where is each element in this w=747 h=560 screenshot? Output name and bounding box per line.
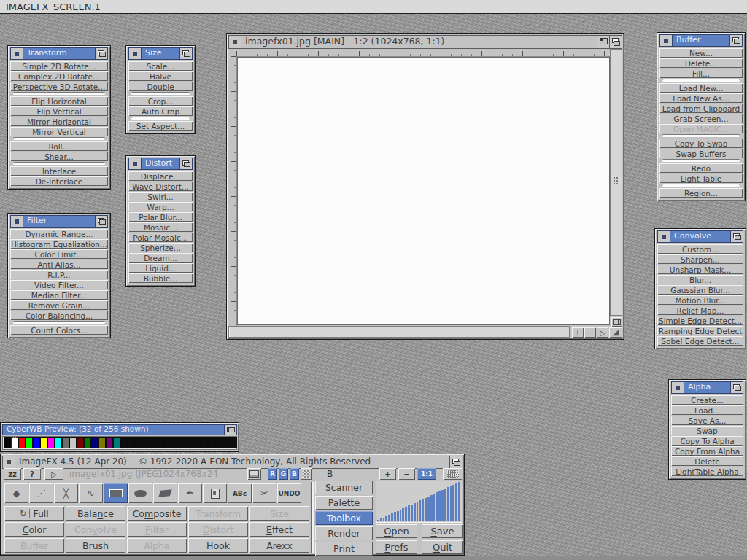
panel-titlebar[interactable]: ImageFX 4.5 (12-Apr-20) -- © 1992-2020 A… bbox=[2, 456, 462, 469]
video-filter-button[interactable]: Video Filter... bbox=[10, 280, 108, 289]
iconify-button[interactable]: ▷ bbox=[44, 468, 63, 480]
full-button[interactable]: ↻Full bbox=[4, 506, 64, 521]
color-swatch[interactable] bbox=[84, 438, 91, 448]
color-swatch[interactable] bbox=[128, 438, 135, 448]
dither-button[interactable] bbox=[301, 468, 312, 480]
relief-map-button[interactable]: Relief Map... bbox=[657, 306, 743, 315]
color-swatch[interactable] bbox=[142, 438, 150, 448]
remove-grain-button[interactable]: Remove Grain... bbox=[10, 300, 108, 310]
bubble-button[interactable]: Bubble... bbox=[128, 273, 193, 283]
color-swatch[interactable] bbox=[4, 438, 11, 448]
color-swatch[interactable] bbox=[201, 438, 208, 448]
save-button[interactable]: Save bbox=[422, 524, 463, 538]
print-button[interactable]: Print bbox=[315, 542, 373, 556]
redo-button[interactable]: Redo bbox=[659, 163, 743, 173]
depth-icon[interactable] bbox=[224, 425, 236, 435]
swap-button[interactable]: Swap bbox=[671, 426, 743, 435]
color-swatch[interactable] bbox=[62, 438, 69, 448]
zoom-in-button[interactable]: + bbox=[379, 468, 396, 480]
copy-to-swap-button[interactable]: Copy To Swap bbox=[659, 139, 743, 148]
histogram-equalization-button[interactable]: Histogram Equalization... bbox=[10, 239, 108, 249]
fill-button[interactable]: Fill... bbox=[659, 69, 743, 78]
screen-mode-button[interactable] bbox=[611, 317, 622, 327]
color-swatch[interactable] bbox=[98, 438, 106, 448]
polar-mosaic-button[interactable]: Polar Mosaic... bbox=[128, 233, 193, 242]
color-swatch[interactable] bbox=[230, 438, 237, 448]
polygon-tool[interactable] bbox=[153, 483, 177, 503]
zoom-in-button[interactable]: + bbox=[572, 327, 584, 338]
double-button[interactable]: Double bbox=[128, 82, 193, 91]
dream-button[interactable]: Dream... bbox=[128, 253, 193, 262]
unsharp-mask-button[interactable]: Unsharp Mask... bbox=[657, 265, 743, 274]
color-swatch[interactable] bbox=[193, 438, 201, 448]
undo-button[interactable]: UNDO bbox=[277, 483, 301, 503]
clone-brush-tool[interactable] bbox=[203, 483, 227, 503]
palette-button[interactable]: Palette bbox=[315, 496, 373, 510]
color-balancing-button[interactable]: Color Balancing... bbox=[10, 311, 108, 320]
blue-channel-button[interactable]: B bbox=[290, 468, 299, 480]
color-swatch[interactable] bbox=[47, 438, 55, 448]
one-to-one-button[interactable]: 1:1 bbox=[417, 468, 436, 480]
mosaic-button[interactable]: Mosaic... bbox=[128, 222, 193, 232]
color-swatch[interactable] bbox=[55, 438, 62, 448]
color-swatch[interactable] bbox=[69, 438, 77, 448]
image-window-titlebar[interactable]: imagefx01.jpg [MAIN] - 1:2 (1024x768, 1:… bbox=[228, 35, 622, 49]
color-swatch[interactable] bbox=[135, 438, 142, 448]
zoom-out-button[interactable]: − bbox=[398, 468, 415, 480]
quit-button[interactable]: Quit bbox=[422, 540, 463, 554]
shear-button[interactable]: Shear... bbox=[10, 152, 108, 161]
r-i-p-button[interactable]: R.I.P... bbox=[10, 270, 108, 279]
airbrush-tool[interactable]: ⋰ bbox=[29, 483, 53, 503]
close-icon[interactable] bbox=[658, 231, 670, 242]
copy-from-alpha-button[interactable]: Copy From Alpha bbox=[671, 446, 743, 456]
median-filter-button[interactable]: Median Filter... bbox=[10, 290, 108, 300]
alpha-button[interactable]: Alpha bbox=[127, 538, 187, 553]
scissors-tool[interactable]: ✂ bbox=[252, 483, 276, 503]
close-icon[interactable] bbox=[129, 48, 142, 59]
perspective-3d-rotate-button[interactable]: Perspective 3D Rotate... bbox=[10, 82, 108, 91]
interlace-button[interactable]: Interlace bbox=[10, 166, 108, 176]
ramping-edge-detect-button[interactable]: Ramping Edge Detect bbox=[657, 326, 743, 335]
color-swatch[interactable] bbox=[150, 438, 157, 448]
depth-icon[interactable] bbox=[95, 216, 107, 227]
brush-button[interactable]: Brush bbox=[66, 538, 125, 553]
line-tool[interactable]: ╳ bbox=[54, 483, 78, 503]
flip-horizontal-button[interactable]: Flip Horizontal bbox=[10, 96, 108, 106]
color-swatch[interactable] bbox=[91, 438, 98, 448]
distort-button[interactable]: Distort bbox=[188, 522, 248, 537]
size-button[interactable]: Size bbox=[249, 506, 309, 521]
color-swatch[interactable] bbox=[40, 438, 47, 448]
spherize-button[interactable]: Spherize... bbox=[128, 243, 193, 252]
color-swatch[interactable] bbox=[164, 438, 171, 448]
mirror-horizontal-button[interactable]: Mirror Horizontal bbox=[10, 117, 108, 126]
color-swatch[interactable] bbox=[33, 438, 40, 448]
depth-icon[interactable] bbox=[179, 158, 192, 169]
depth-icon[interactable] bbox=[449, 456, 462, 468]
close-icon[interactable] bbox=[3, 456, 15, 468]
color-swatch[interactable] bbox=[208, 438, 215, 448]
color-swatch[interactable] bbox=[157, 438, 164, 448]
depth-icon[interactable] bbox=[730, 382, 743, 393]
depth-icon[interactable] bbox=[729, 35, 742, 46]
custom-button[interactable]: Custom... bbox=[657, 244, 743, 254]
open-button[interactable]: Open bbox=[376, 524, 417, 538]
buffer-titlebar[interactable]: Buffer bbox=[659, 34, 743, 47]
save-as-button[interactable]: Save As... bbox=[671, 416, 743, 425]
load-button[interactable]: Load... bbox=[671, 405, 743, 415]
arexx-button[interactable]: Arexx bbox=[249, 538, 309, 553]
point-tool[interactable]: ◆ bbox=[4, 483, 28, 503]
transform-button[interactable]: Transform bbox=[188, 506, 248, 521]
polar-blur-button[interactable]: Polar Blur... bbox=[128, 212, 193, 222]
sleep-button[interactable]: zz bbox=[4, 468, 21, 480]
filter-titlebar[interactable]: Filter bbox=[10, 215, 108, 228]
warp-button[interactable]: Warp... bbox=[128, 202, 193, 211]
toolbox-button[interactable]: Toolbox bbox=[315, 511, 373, 525]
alpha-titlebar[interactable]: Alpha bbox=[671, 381, 743, 394]
scanner-button[interactable]: Scanner bbox=[315, 481, 373, 494]
color-swatch[interactable] bbox=[215, 438, 222, 448]
distort-titlebar[interactable]: Distort bbox=[128, 158, 193, 170]
red-channel-button[interactable]: R bbox=[268, 468, 277, 480]
halve-button[interactable]: Halve bbox=[128, 71, 193, 81]
image-canvas[interactable] bbox=[237, 57, 610, 325]
close-icon[interactable] bbox=[129, 158, 142, 169]
